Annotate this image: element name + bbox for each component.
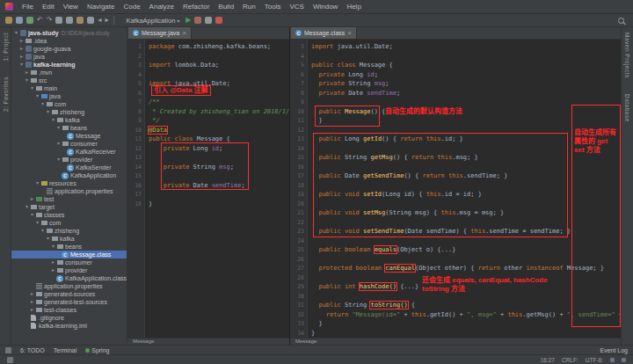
code-line[interactable]: }: [149, 200, 289, 209]
chevron-right-icon[interactable]: ▸: [50, 258, 56, 266]
menu-file[interactable]: File: [18, 3, 38, 11]
sync-icon[interactable]: [26, 17, 33, 24]
tree-item-zhisheng[interactable]: ▾zhisheng: [11, 227, 127, 235]
tree-item-consumer[interactable]: ▾consumer: [11, 140, 127, 148]
menu-code[interactable]: Code: [119, 3, 144, 11]
code-line[interactable]: import lombok.Data;: [149, 61, 289, 70]
code-line[interactable]: [311, 200, 621, 209]
code-line[interactable]: [311, 237, 621, 246]
chevron-down-icon[interactable]: ▾: [50, 243, 56, 251]
run-icon[interactable]: ▶: [186, 17, 191, 24]
tree-item-provider[interactable]: ▸provider: [11, 266, 127, 274]
chevron-down-icon[interactable]: ▾: [45, 235, 51, 243]
find-icon[interactable]: [87, 17, 94, 24]
chevron-down-icon[interactable]: ▾: [24, 203, 30, 211]
tree-item-kafkasender[interactable]: CKafkaSender: [11, 164, 127, 171]
code-line[interactable]: [311, 163, 621, 172]
code-line[interactable]: public int hashCode() {...}: [311, 282, 621, 292]
tree-item-generated-sources[interactable]: ▸generated-sources: [11, 290, 127, 298]
tree-item-java[interactable]: ▾java: [11, 92, 127, 100]
chevron-down-icon[interactable]: ▾: [55, 156, 62, 164]
tree-item-message-class[interactable]: CMessage.class: [11, 251, 127, 258]
chevron-right-icon[interactable]: ▸: [29, 195, 35, 203]
chevron-down-icon[interactable]: ▾: [34, 92, 40, 100]
back-icon[interactable]: ◂: [98, 17, 101, 24]
menu-refactor[interactable]: Refactor: [178, 3, 214, 11]
save-all-icon[interactable]: [16, 17, 23, 24]
tree-item-consumer[interactable]: ▸consumer: [11, 258, 127, 266]
breadcrumb-item[interactable]: Message: [133, 339, 154, 344]
bottom-tab-spring[interactable]: Spring: [85, 347, 109, 353]
code-line[interactable]: private String msg;: [149, 163, 289, 172]
code-line[interactable]: public void setId(Long id) { this.id = i…: [311, 190, 621, 200]
tree-item-kafka-learning-iml[interactable]: kafka-learning.iml: [11, 322, 127, 330]
chevron-down-icon[interactable]: ▾: [24, 76, 30, 84]
tree-item-application-properties[interactable]: application.properties: [11, 282, 127, 290]
code-line[interactable]: import java.util.Date;: [311, 42, 621, 52]
tree-item-kafka-learning[interactable]: ▾kafka-learning: [11, 61, 127, 69]
chevron-right-icon[interactable]: ▸: [18, 45, 25, 53]
menu-help[interactable]: Help: [342, 3, 365, 11]
tree-item-application-properties[interactable]: application.properties: [11, 187, 127, 195]
code-line[interactable]: private String msg;: [311, 79, 621, 89]
event-log-button[interactable]: Event Log: [600, 347, 628, 353]
chevron-right-icon[interactable]: ▸: [18, 53, 25, 61]
tree-item-generated-test-sources[interactable]: ▸generated-test-sources: [11, 298, 127, 306]
code-line[interactable]: [311, 126, 621, 135]
code-line[interactable]: [149, 190, 289, 200]
menu-edit[interactable]: Edit: [38, 3, 59, 11]
chevron-right-icon[interactable]: ▸: [18, 37, 25, 45]
stripe-tab-database[interactable]: Database: [624, 94, 630, 122]
code-line[interactable]: public String getMsg() { return this.msg…: [311, 153, 621, 163]
breadcrumb[interactable]: Message: [290, 338, 621, 345]
tree-item-test[interactable]: ▸test: [11, 195, 127, 203]
code-line[interactable]: [311, 181, 621, 191]
menu-build[interactable]: Build: [214, 3, 238, 11]
bottom-tab-terminal[interactable]: Terminal: [54, 347, 76, 353]
tree-item-java[interactable]: ▸java: [11, 53, 127, 61]
code-line[interactable]: protected boolean canEqual(Object other)…: [311, 264, 621, 273]
code-line[interactable]: [311, 255, 621, 265]
chevron-down-icon[interactable]: ▾: [55, 124, 62, 132]
tree-item-gitignore[interactable]: .gitignore: [11, 314, 127, 322]
code-line[interactable]: }: [311, 116, 621, 126]
status-utf-8[interactable]: UTF-8:: [586, 357, 603, 363]
close-icon[interactable]: ×: [182, 30, 186, 36]
tree-item-kafka[interactable]: ▾kafka: [11, 235, 127, 243]
chevron-down-icon[interactable]: ▾: [18, 61, 25, 69]
bookmark-icon[interactable]: [610, 358, 615, 362]
code-line[interactable]: public boolean equals(Object o) {...}: [311, 245, 621, 255]
code-line[interactable]: [311, 292, 621, 302]
undo-icon[interactable]: ↶: [37, 17, 43, 24]
code-line[interactable]: public void setSendTime(Date sendTime) {…: [311, 227, 621, 237]
code-line[interactable]: }: [311, 319, 621, 329]
statusbar-toggle-icon[interactable]: [7, 357, 13, 363]
cut-icon[interactable]: [55, 17, 62, 24]
tab-message-java[interactable]: C Message.java ×: [128, 27, 192, 39]
menu-tools[interactable]: Tools: [260, 3, 286, 11]
code-line[interactable]: [149, 70, 289, 80]
chevron-down-icon[interactable]: ▾: [29, 211, 35, 219]
code-line[interactable]: @Data: [149, 126, 289, 135]
menu-navigate[interactable]: Navigate: [83, 3, 120, 11]
chevron-right-icon[interactable]: ▸: [29, 298, 35, 306]
lock-icon[interactable]: [622, 358, 626, 362]
menu-run[interactable]: Run: [238, 3, 260, 11]
stripe-tab-2-favorites[interactable]: 2: Favorites: [3, 76, 9, 112]
status-crlf[interactable]: CRLF:: [562, 357, 578, 363]
chevron-down-icon[interactable]: ▾: [50, 116, 56, 124]
tree-item-src[interactable]: ▾src: [11, 76, 127, 84]
code-line[interactable]: private Date sendTime;: [311, 89, 621, 98]
code-line[interactable]: }: [311, 329, 621, 339]
tree-item-beans[interactable]: ▾beans: [11, 243, 127, 251]
code-line[interactable]: public class Message {: [311, 61, 621, 70]
chevron-down-icon[interactable]: ▾: [45, 108, 51, 116]
breadcrumb-item[interactable]: Message: [295, 339, 316, 344]
tree-item-kafkareceiver[interactable]: CKafkaReceiver: [11, 148, 127, 156]
tree-item-classes[interactable]: ▾classes: [11, 211, 127, 219]
tree-item-target[interactable]: ▾target: [11, 203, 127, 211]
code-line[interactable]: public Date getSendTime() { return this.…: [311, 171, 621, 181]
copy-icon[interactable]: [66, 17, 73, 24]
run-configuration-select[interactable]: KafkaApplication ▾: [126, 17, 179, 25]
tree-item-kafka[interactable]: ▾kafka: [11, 116, 127, 124]
